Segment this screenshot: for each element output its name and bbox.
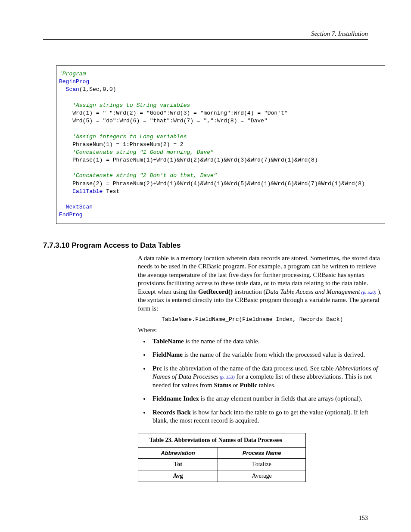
bullet-list: TableName is the name of the data table.… xyxy=(138,337,385,425)
code-text: Test xyxy=(103,188,119,195)
code-text: Wrd(1) = " ":Wrd(2) = "Good":Wrd(3) = "m… xyxy=(59,110,288,116)
bold-term: Public xyxy=(240,382,257,389)
code-text: PhraseNum(1) = 1:PhraseNum(2) = 2 xyxy=(59,141,184,148)
where-label: Where: xyxy=(138,326,385,335)
li-text: tables. xyxy=(257,382,276,389)
abbrev-table: Table 23. Abbreviations of Names of Data… xyxy=(138,433,306,482)
code-text: Wrd(5) = "do":Wrd(6) = "that":Wrd(7) = "… xyxy=(59,118,268,124)
table-cell: Average xyxy=(218,470,306,482)
running-header: Section 7. Installation xyxy=(43,30,368,40)
table-cell: Avg xyxy=(138,470,218,482)
table-cell: Totalize xyxy=(218,458,306,470)
page-number: 153 xyxy=(359,515,368,522)
code-keyword: EndProg xyxy=(59,212,83,218)
page-ref-link[interactable]: (p. 520) xyxy=(360,289,377,295)
table-header: Abbreviation xyxy=(138,447,218,458)
code-listing: 'Program BeginProg Scan(1,Sec,0,0) 'Assi… xyxy=(56,65,385,224)
code-text: Phrase(2) = PhraseNum(2)+Wrd(1)&Wrd(4)&W… xyxy=(59,180,365,187)
list-item: FieldName is the name of the variable fr… xyxy=(150,351,385,359)
code-comment: 'Concatenate string "1 Good morning, Dav… xyxy=(59,149,214,156)
li-text: is the name of the data table. xyxy=(184,338,260,345)
list-item: TableName is the name of the data table. xyxy=(150,337,385,346)
list-item: Prc is the abbreviation of the name of t… xyxy=(150,364,385,390)
li-text: is the abbreviation of the name of the d… xyxy=(162,365,335,372)
bold-term: FieldName xyxy=(153,351,183,358)
table-cell: Tot xyxy=(138,458,218,470)
li-text: or xyxy=(231,382,240,389)
bold-term: Prc xyxy=(153,365,162,372)
code-text: Phrase(1) = PhraseNum(1)+Wrd(1)&Wrd(2)&W… xyxy=(59,157,318,163)
code-text: (1,Sec,0,0) xyxy=(79,86,116,93)
code-keyword: CallTable xyxy=(59,188,103,195)
bold-term: TableName xyxy=(153,338,184,345)
table-title: Table 23. Abbreviations of Names of Data… xyxy=(138,433,306,447)
code-comment: 'Concatenate string "2 Don't do that, Da… xyxy=(59,172,217,179)
code-keyword: BeginProg xyxy=(59,78,89,85)
ref-title: Data Table Access and Management xyxy=(266,288,360,295)
code-comment: 'Program xyxy=(59,71,86,77)
bold-term: Status xyxy=(214,382,231,389)
code-keyword: Scan xyxy=(59,86,79,93)
list-item: Records Back is how far back into the ta… xyxy=(150,408,385,425)
paragraph: A data table is a memory location wherei… xyxy=(138,254,385,313)
table-header: Process Name xyxy=(218,447,306,458)
code-comment: 'Assign integers to Long variables xyxy=(59,134,187,140)
syntax-line: TableName.FieldName_Prc(Fieldname Index,… xyxy=(162,316,385,323)
page-ref-link[interactable]: (p. 153) xyxy=(218,374,235,380)
li-text: is the name of the variable from which t… xyxy=(183,351,365,358)
bold-term: Fieldname Index xyxy=(153,395,199,402)
bold-term: Records Back xyxy=(153,409,191,416)
section-heading: 7.7.3.10 Program Access to Data Tables xyxy=(43,241,368,250)
body-content: A data table is a memory location wherei… xyxy=(138,254,385,482)
bold-term: GetRecord() xyxy=(198,288,233,295)
li-text: is the array element number in fields th… xyxy=(199,395,362,402)
code-comment: 'Assign strings to String variables xyxy=(59,102,190,109)
table-row: Tot Totalize xyxy=(138,458,306,470)
code-keyword: NextScan xyxy=(59,204,93,210)
table-row: Avg Average xyxy=(138,470,306,482)
para-text: instruction ( xyxy=(233,288,266,295)
list-item: Fieldname Index is the array element num… xyxy=(150,395,385,403)
